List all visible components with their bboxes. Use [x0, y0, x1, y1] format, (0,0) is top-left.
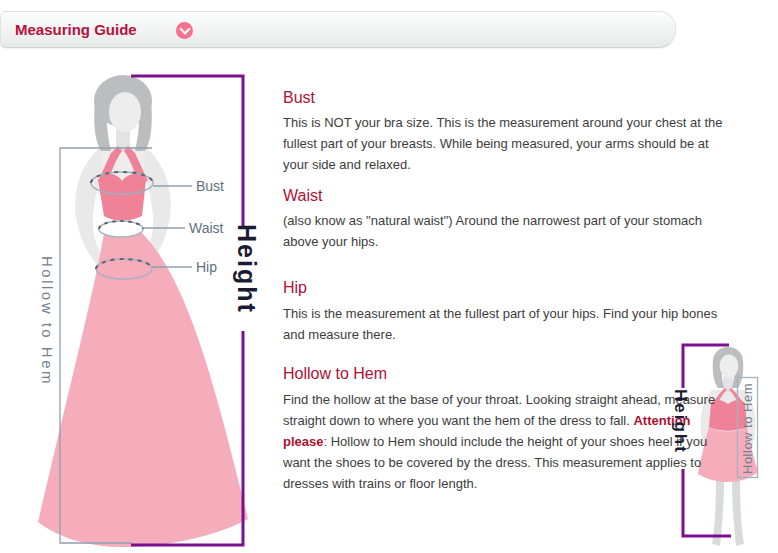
measuring-info-column: Bust This is NOT your bra size. This is … [283, 80, 726, 494]
bust-section-body: This is NOT your bra size. This is the m… [283, 112, 726, 175]
hollow-to-hem-section-heading: Hollow to Hem [283, 364, 726, 384]
hip-label: Hip [196, 259, 217, 275]
hip-section-heading: Hip [283, 278, 726, 298]
bust-label: Bust [196, 178, 224, 194]
waist-section-heading: Waist [283, 186, 726, 206]
waist-section-body: (also know as "natural waist") Around th… [283, 210, 726, 252]
hollow-body-rest: : Hollow to Hem should include the heigh… [283, 434, 707, 491]
bust-section-heading: Bust [283, 88, 726, 108]
measuring-guide-header[interactable]: Measuring Guide [0, 11, 676, 48]
hollow-to-hem-label-large: Hollow to Hem [39, 256, 56, 386]
chevron-down-icon[interactable] [176, 22, 193, 39]
hollow-to-hem-section-body: Find the hollow at the base of your thro… [283, 389, 726, 494]
dress-bodice [98, 174, 146, 220]
face [109, 92, 141, 132]
height-label-large: Height [232, 224, 261, 314]
page-title: Measuring Guide [15, 21, 137, 38]
large-figure [38, 75, 248, 547]
hollow-to-hem-label-small: Hollow to Hem [740, 383, 755, 474]
hip-section-body: This is the measurement at the fullest p… [283, 303, 726, 345]
chevron-glyph [179, 23, 190, 34]
waist-label: Waist [189, 220, 223, 236]
height-label-small: Height [670, 389, 690, 454]
